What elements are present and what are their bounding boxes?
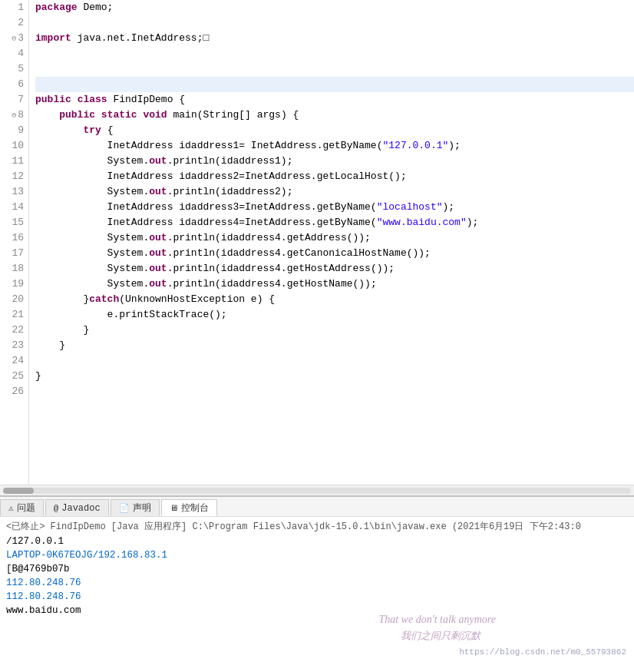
line-number-23: 23 <box>0 338 24 353</box>
console-line-2: [B@4769b07b <box>6 562 628 576</box>
code-line-7[interactable]: public class FindIpDemo { <box>35 92 634 108</box>
line-number-11: 11 <box>0 154 24 169</box>
token-plain: InetAddress idaddress3=InetAddress.getBy… <box>35 201 377 213</box>
code-line-17[interactable]: System.out.println(idaddress4.getCanonic… <box>35 246 634 261</box>
code-line-14[interactable]: InetAddress idaddress3=InetAddress.getBy… <box>35 200 634 215</box>
token-kw: out <box>149 155 167 167</box>
token-plain: InetAddress idaddress2=InetAddress.getLo… <box>35 170 407 182</box>
code-line-24[interactable]: ​ <box>35 353 634 369</box>
token-plain <box>35 109 59 121</box>
scrollbar-track[interactable] <box>3 488 631 494</box>
code-content[interactable]: package Demo;​import java.net.InetAddres… <box>29 0 634 485</box>
token-plain: ); <box>448 140 461 151</box>
tab-declaration[interactable]: 📄声明 <box>111 499 160 516</box>
token-plain <box>71 94 78 105</box>
editor-scrollbar[interactable] <box>0 485 634 495</box>
line-number-17: 17 <box>0 246 24 261</box>
token-kw: out <box>149 263 167 274</box>
code-line-25[interactable]: } <box>35 369 634 384</box>
token-plain: ); <box>443 201 455 213</box>
line-number-4: 4 <box>0 46 24 61</box>
code-line-26[interactable]: ​ <box>35 384 634 399</box>
problems-tab-label: 问题 <box>17 502 35 515</box>
line-number-24: 24 <box>0 353 24 369</box>
watermark-english: That we don't talk anymore <box>378 614 496 626</box>
watermark-chinese: 我们之间只剩沉默 <box>401 629 480 643</box>
token-plain: Demo; <box>78 2 114 13</box>
code-line-23[interactable]: } <box>35 338 634 353</box>
console-line-3: 112.80.248.76 <box>6 576 628 590</box>
token-kw: class <box>78 94 107 105</box>
code-line-13[interactable]: System.out.println(idaddress2); <box>35 184 634 200</box>
line-number-2: 2 <box>0 15 24 31</box>
token-plain <box>95 109 101 121</box>
token-plain: .println(idaddress4.getAddress()); <box>167 232 371 243</box>
token-str: "127.0.0.1" <box>382 140 448 151</box>
token-plain: main(String[] args) { <box>167 109 299 121</box>
code-line-3[interactable]: import java.net.InetAddress;□ <box>35 31 634 46</box>
code-line-15[interactable]: InetAddress idaddress4=InetAddress.getBy… <box>35 215 634 230</box>
code-line-2[interactable]: ​ <box>35 15 634 31</box>
code-line-20[interactable]: }catch(UnknownHostException e) { <box>35 292 634 307</box>
token-plain: .println(idaddress4.getHostName()); <box>167 278 377 290</box>
javadoc-tab-label: Javadoc <box>61 503 100 514</box>
code-line-8[interactable]: public static void main(String[] args) { <box>35 108 634 123</box>
token-plain <box>35 124 83 136</box>
console-line-5: www.baidu.com <box>6 604 628 617</box>
console-line-0: /127.0.0.1 <box>6 535 628 548</box>
code-line-16[interactable]: System.out.println(idaddress4.getAddress… <box>35 230 634 246</box>
code-line-5[interactable]: ​ <box>35 61 634 77</box>
code-line-11[interactable]: System.out.println(idaddress1); <box>35 154 634 169</box>
token-kw: package <box>35 2 78 13</box>
token-kw: public <box>35 94 71 105</box>
declaration-tab-label: 声明 <box>133 502 151 515</box>
code-line-9[interactable]: try { <box>35 123 634 138</box>
token-plain: System. <box>35 232 149 243</box>
tab-problems[interactable]: ⚠问题 <box>0 499 44 516</box>
line-number-8: ⊖8 <box>0 108 24 123</box>
tab-javadoc[interactable]: @Javadoc <box>45 499 109 516</box>
console-tab-label: 控制台 <box>181 502 209 515</box>
token-plain: InetAddress idaddress4=InetAddress.getBy… <box>35 217 377 228</box>
token-plain: { <box>101 124 114 136</box>
line-number-12: 12 <box>0 169 24 184</box>
line-number-21: 21 <box>0 307 24 323</box>
fold-icon[interactable]: ⊖ <box>12 31 16 47</box>
tab-console[interactable]: 🖥控制台 <box>161 499 217 516</box>
line-number-1: 1 <box>0 0 24 15</box>
code-line-4[interactable]: ​ <box>35 46 634 61</box>
code-line-22[interactable]: } <box>35 323 634 338</box>
line-number-26: 26 <box>0 384 24 399</box>
line-number-14: 14 <box>0 200 24 215</box>
token-plain: } <box>35 339 65 351</box>
problems-tab-icon: ⚠ <box>8 503 14 513</box>
code-container: 12⊖34567⊖8910111213141516171819202122232… <box>0 0 634 485</box>
code-line-18[interactable]: System.out.println(idaddress4.getHostAdd… <box>35 261 634 276</box>
line-number-13: 13 <box>0 184 24 200</box>
token-plain: System. <box>35 155 149 167</box>
code-line-1[interactable]: package Demo; <box>35 0 634 15</box>
console-line-4: 112.80.248.76 <box>6 590 628 604</box>
code-line-6[interactable]: ​ <box>35 77 634 92</box>
token-kw: public <box>59 109 95 121</box>
token-kw: out <box>149 186 167 197</box>
code-line-21[interactable]: e.printStackTrace(); <box>35 307 634 323</box>
line-number-5: 5 <box>0 61 24 77</box>
panel-tabs: ⚠问题@Javadoc📄声明🖥控制台 <box>0 497 634 517</box>
line-numbers: 12⊖34567⊖8910111213141516171819202122232… <box>0 0 29 485</box>
javadoc-tab-icon: @ <box>54 504 59 513</box>
token-plain: System. <box>35 186 149 197</box>
scrollbar-thumb[interactable] <box>3 488 34 494</box>
line-number-7: 7 <box>0 92 24 108</box>
token-kw: out <box>149 232 167 243</box>
token-plain: .println(idaddress1); <box>167 155 293 167</box>
token-kw: import <box>35 32 71 44</box>
code-line-19[interactable]: System.out.println(idaddress4.getHostNam… <box>35 276 634 292</box>
line-number-6: 6 <box>0 77 24 92</box>
token-plain: e.printStackTrace(); <box>35 309 227 320</box>
console-tab-icon: 🖥 <box>170 503 178 513</box>
panel-content: <已终止> FindIpDemo [Java 应用程序] C:\Program … <box>0 517 634 672</box>
code-line-10[interactable]: InetAddress idaddress1= InetAddress.getB… <box>35 138 634 154</box>
code-line-12[interactable]: InetAddress idaddress2=InetAddress.getLo… <box>35 169 634 184</box>
fold-icon[interactable]: ⊖ <box>12 108 16 124</box>
